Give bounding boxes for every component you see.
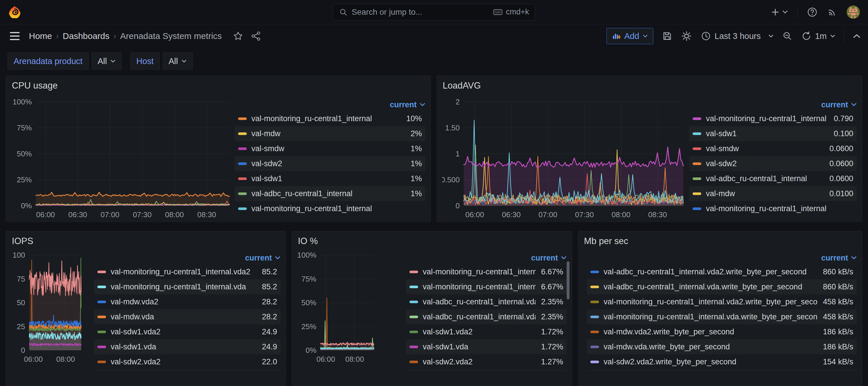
news-rss-icon[interactable] — [827, 7, 837, 17]
chevron-down-icon — [111, 60, 116, 63]
series-current-value: 85.2 — [262, 282, 277, 291]
legend-item[interactable]: val-sdw1.vda224.9 — [94, 324, 281, 339]
panel-title[interactable]: IO % — [292, 232, 572, 246]
dashboard-toolbar: Home › Dashboards › Arenadata System met… — [0, 24, 868, 48]
legend-item[interactable]: val-monitoring_ru-central1_internal — [689, 201, 857, 216]
legend-item[interactable]: val-sdw21% — [235, 156, 425, 171]
variable-value-arenadata-product[interactable]: All — [92, 52, 122, 70]
chevron-down-icon — [643, 34, 648, 38]
legend-item[interactable]: val-sdw2.vda2.write_byte_per_second154 k… — [587, 354, 857, 369]
grafana-logo[interactable] — [8, 5, 21, 19]
series-name: val-monitoring_ru-central1_internal — [706, 114, 829, 123]
legend-item[interactable]: val-adbc_ru-central1_internal.vda2.write… — [587, 264, 857, 279]
legend-item[interactable]: val-sdw10.100 — [689, 126, 857, 141]
mb-per-sec-legend: currentval-adbc_ru-central1_internal.vda… — [587, 252, 857, 375]
series-name: val-monitoring_ru-central1_internal.vda.… — [603, 312, 818, 321]
series-name: val-adbc_ru-central1_internal.vda2.write… — [603, 268, 818, 276]
panel-iops: IOPS 025507510006:0008:00 currentval-mon… — [6, 231, 286, 386]
user-avatar[interactable] — [847, 5, 860, 19]
breadcrumb-home[interactable]: Home — [29, 31, 52, 41]
legend-item[interactable]: val-sdw1.vda24.9 — [94, 339, 281, 354]
dashboard-settings-icon[interactable] — [681, 31, 692, 41]
legend-item[interactable]: val-sdw20.0600 — [689, 156, 857, 171]
legend-item[interactable]: val-mdw.vda.write_byte_per_second186 kB/… — [587, 339, 857, 354]
divider — [797, 6, 798, 18]
divider — [844, 30, 844, 42]
legend-item[interactable]: val-adbc_ru-central1_internal.vda.write_… — [587, 279, 857, 294]
legend-sort-current[interactable]: current — [689, 98, 857, 111]
iops-chart[interactable]: 025507510006:0008:00 — [11, 251, 86, 375]
legend-item[interactable]: val-sdw2.vda222.0 — [94, 354, 281, 369]
panel-title[interactable]: Mb per sec — [578, 232, 862, 246]
breadcrumb-current: Arenadata System metrics — [120, 31, 222, 41]
new-menu-button[interactable] — [771, 7, 788, 17]
legend-item[interactable]: val-monitoring_ru-central1_internal — [235, 201, 425, 216]
legend-item[interactable]: val-sdw11% — [235, 171, 425, 186]
svg-text:75%: 75% — [301, 275, 316, 283]
legend-item[interactable]: val-adbc_ru-central1_internal0.0600 — [689, 171, 857, 186]
series-color-swatch — [238, 177, 247, 180]
legend-item[interactable]: val-monitoring_ru-central1_internal10% — [235, 111, 425, 126]
legend-sort-current[interactable]: current — [235, 98, 425, 111]
favorite-star-icon[interactable] — [233, 31, 243, 41]
legend-item[interactable]: val-monitoring_ru-central1_internal.vda2… — [406, 264, 567, 279]
series-color-swatch — [238, 132, 247, 135]
series-name: val-monitoring_ru-central1_internal.vda — [111, 282, 256, 291]
panel-title[interactable]: IOPS — [6, 232, 286, 246]
cpu-usage-chart[interactable]: 0%25%50%75%100%06:0006:3007:0007:3008:00… — [11, 98, 234, 217]
legend-item[interactable]: val-mdw0.0100 — [689, 186, 857, 201]
legend-sort-current[interactable]: current — [406, 252, 567, 264]
legend-item[interactable]: val-adbc_ru-central1_internal1% — [235, 186, 425, 201]
collapse-toolbar-icon[interactable] — [853, 33, 861, 39]
legend-item[interactable]: val-smdw1% — [235, 141, 425, 156]
panel-title[interactable]: CPU usage — [6, 76, 431, 91]
legend-sort-current[interactable]: current — [94, 252, 281, 264]
legend-item[interactable]: val-adbc_ru-central1_internal.vda2.35% — [406, 309, 567, 324]
legend-scrollbar[interactable] — [567, 261, 569, 300]
search-placeholder: Search or jump to... — [352, 7, 422, 17]
zoom-out-icon[interactable] — [782, 31, 793, 41]
variable-label-arenadata-product[interactable]: Arenadata product — [7, 52, 89, 70]
search-input[interactable]: Search or jump to... cmd+k — [333, 4, 535, 21]
time-range-picker[interactable]: Last 3 hours — [701, 31, 774, 41]
panel-title[interactable]: LoadAVG — [437, 76, 862, 91]
mega-menu-toggle[interactable] — [7, 30, 22, 42]
breadcrumb-dashboards[interactable]: Dashboards — [63, 31, 110, 41]
series-name: val-monitoring_ru-central1_internal — [706, 204, 848, 213]
svg-text:0.500: 0.500 — [442, 175, 460, 184]
legend-item[interactable]: val-adbc_ru-central1_internal.vda22.35% — [406, 294, 567, 309]
toolbar-right: Add Last 3 hours — [607, 28, 861, 44]
legend-item[interactable]: val-mdw.vda228.2 — [94, 294, 281, 309]
chevron-down-icon — [830, 34, 835, 38]
series-current-value: 10% — [406, 114, 422, 123]
share-icon[interactable] — [251, 31, 261, 41]
legend-item[interactable]: val-monitoring_ru-central1_internal0.790 — [689, 111, 857, 126]
variable-label-host[interactable]: Host — [130, 52, 160, 70]
variable-value-host[interactable]: All — [163, 52, 193, 70]
legend-item[interactable]: val-mdw2% — [235, 126, 425, 141]
legend-item[interactable]: val-monitoring_ru-central1_internal.vda8… — [94, 279, 281, 294]
svg-text:06:30: 06:30 — [502, 210, 521, 217]
series-current-value: 22.0 — [262, 357, 277, 366]
legend-item[interactable]: val-sdw2.vda21.27% — [406, 354, 567, 369]
legend-item[interactable]: val-monitoring_ru-central1_internal.vda6… — [406, 279, 567, 294]
legend-item[interactable]: val-mdw.vda2.write_byte_per_second186 kB… — [587, 324, 857, 339]
legend-item[interactable]: val-smdw0.0600 — [689, 141, 857, 156]
legend-item[interactable]: val-monitoring_ru-central1_internal.vda.… — [587, 309, 857, 324]
legend-item[interactable]: val-mdw.vda28.2 — [94, 309, 281, 324]
svg-text:08:00: 08:00 — [165, 210, 184, 217]
legend-item[interactable]: val-monitoring_ru-central1_internal.vda2… — [587, 294, 857, 309]
series-color-swatch — [590, 330, 599, 333]
help-icon[interactable] — [807, 7, 818, 17]
legend-item[interactable]: val-monitoring_ru-central1_internal.vda2… — [94, 264, 281, 279]
legend-item[interactable]: val-sdw1.vda1.72% — [406, 339, 567, 354]
save-dashboard-icon[interactable] — [662, 31, 672, 41]
svg-text:2: 2 — [456, 98, 460, 106]
loadavg-chart[interactable]: 00.50011.50206:0006:3007:0007:3008:0008:… — [442, 98, 688, 217]
io-percent-chart[interactable]: 0%25%50%75%100%06:0008:00 — [297, 251, 378, 375]
refresh-picker[interactable]: 1m — [801, 31, 835, 41]
legend-item[interactable]: val-sdw1.vda21.72% — [406, 324, 567, 339]
series-name: val-monitoring_ru-central1_internal.vda2… — [603, 297, 818, 306]
legend-sort-current[interactable]: current — [587, 252, 857, 264]
add-button[interactable]: Add — [607, 28, 653, 44]
